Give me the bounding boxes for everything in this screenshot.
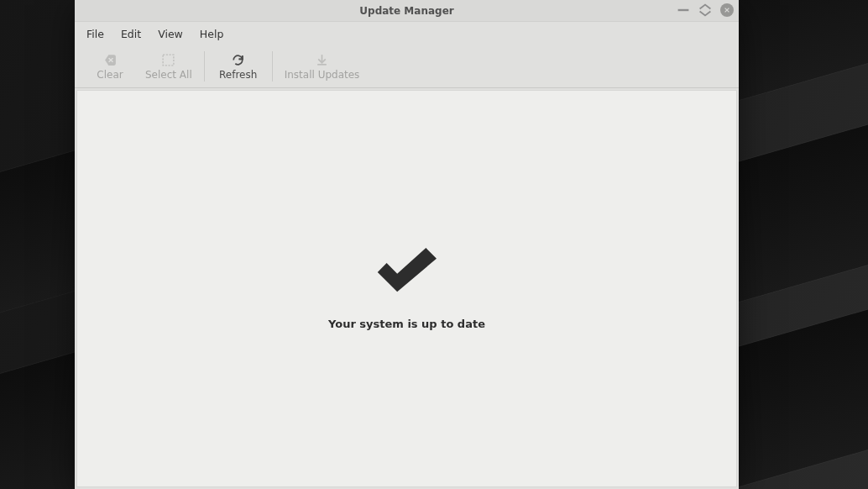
minimize-icon[interactable] [677, 3, 690, 17]
select-all-icon [161, 51, 175, 68]
clear-label: Clear [97, 69, 123, 81]
toolbar-separator [272, 51, 273, 82]
maximize-icon[interactable] [698, 3, 712, 17]
menu-view[interactable]: View [151, 25, 190, 43]
toolbar: Clear Select All Refresh Install Updates [75, 46, 739, 88]
close-icon[interactable] [720, 3, 734, 17]
menu-edit[interactable]: Edit [114, 25, 148, 43]
menu-help[interactable]: Help [193, 25, 231, 43]
refresh-label: Refresh [219, 69, 257, 81]
status-text: Your system is up to date [328, 318, 485, 330]
install-updates-label: Install Updates [285, 69, 360, 81]
window-controls [677, 3, 734, 17]
install-updates-button: Install Updates [278, 50, 367, 82]
clear-icon [103, 51, 118, 68]
svg-marker-2 [378, 248, 437, 292]
titlebar[interactable]: Update Manager [75, 0, 739, 22]
status-area: Your system is up to date [328, 248, 485, 330]
refresh-icon [231, 51, 245, 68]
select-all-button: Select All [139, 50, 199, 82]
toolbar-separator [204, 51, 205, 82]
window-title: Update Manager [359, 5, 453, 17]
download-icon [315, 51, 329, 68]
refresh-button[interactable]: Refresh [210, 50, 267, 82]
select-all-label: Select All [145, 69, 192, 81]
menubar: File Edit View Help [75, 22, 739, 46]
svg-rect-1 [163, 55, 174, 66]
content-area: Your system is up to date [76, 90, 737, 487]
checkmark-icon [369, 248, 444, 306]
clear-button: Clear [81, 50, 139, 82]
menu-file[interactable]: File [80, 25, 111, 43]
update-manager-window: Update Manager File Edit View Help Clear [75, 0, 739, 489]
